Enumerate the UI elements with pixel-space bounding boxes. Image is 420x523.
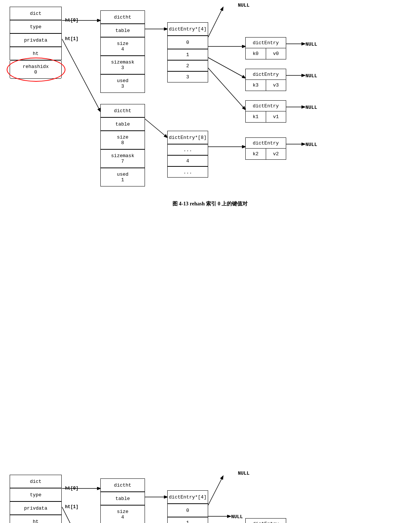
- d2-array0-cell0: 0: [167, 504, 208, 517]
- d1-ht-field: ht: [10, 47, 62, 60]
- svg-line-9: [208, 68, 245, 110]
- d1-array0-cell0: 0: [167, 36, 208, 49]
- svg-line-8: [208, 58, 245, 78]
- svg-text:NULL: NULL: [306, 73, 317, 79]
- svg-line-23: [62, 507, 100, 523]
- d1-array0-cell3: 3: [167, 71, 208, 82]
- d1-array0-cell2: 2: [167, 60, 208, 71]
- svg-text:NULL: NULL: [238, 471, 249, 476]
- d2-privdata-field: privdata: [10, 501, 62, 515]
- d1-array1-cell-dots1: ...: [167, 144, 208, 155]
- d1-dict-field: dict: [10, 7, 62, 20]
- d1-array0-header: dictEntry*[4]: [167, 22, 208, 36]
- svg-text:NULL: NULL: [238, 3, 249, 8]
- svg-text:NULL: NULL: [306, 142, 317, 147]
- svg-line-5: [145, 119, 167, 137]
- d1-ht0-used: used3: [100, 74, 145, 93]
- d2-array0-header: dictEntry*[4]: [167, 490, 208, 504]
- d1-entry-k2v2-kv: k2 v2: [245, 149, 286, 160]
- d1-ht0-dictht: dictht: [100, 10, 145, 24]
- d1-caption: 图 4-13 rehash 索引 0 上的键值对: [0, 201, 420, 207]
- d1-entry-k1v1-kv: k1 v1: [245, 111, 286, 123]
- svg-text:ht[0]: ht[0]: [65, 18, 78, 23]
- d1-entry-k3v3-label: dictEntry: [245, 69, 286, 80]
- d1-rehashidx-field: rehashidx0: [10, 60, 62, 79]
- svg-text:ht[1]: ht[1]: [65, 36, 78, 42]
- svg-text:ht[0]: ht[0]: [65, 486, 78, 491]
- d1-array1-cell-dots2: ...: [167, 166, 208, 178]
- svg-line-3: [62, 39, 100, 111]
- d1-array1-header: dictEntry*[8]: [167, 131, 208, 144]
- d2-ht0-table: table: [100, 492, 145, 505]
- d2-ht0-dictht: dictht: [100, 478, 145, 492]
- d1-ht0-size: size4: [100, 37, 145, 56]
- d2-ht0-size: size4: [100, 505, 145, 523]
- d1-ht1-table: table: [100, 117, 145, 131]
- d1-ht0-table: table: [100, 24, 145, 37]
- svg-text:NULL: NULL: [306, 42, 317, 47]
- svg-text:ht[1]: ht[1]: [65, 504, 78, 510]
- d1-ht1-sizemask: sizemask7: [100, 149, 145, 168]
- d1-entry-k1v1-label: dictEntry: [245, 100, 286, 111]
- d2-ht-field: ht: [10, 515, 62, 523]
- d1-entry-k2v2-label: dictEntry: [245, 137, 286, 149]
- d1-entry-k3v3-kv: k3 v3: [245, 80, 286, 91]
- d1-array1-cell4: 4: [167, 155, 208, 166]
- d1-ht1-dictht: dictht: [100, 104, 145, 117]
- svg-line-26: [208, 476, 223, 505]
- d2-type-field: type: [10, 488, 62, 501]
- d1-ht1-size: size8: [100, 131, 145, 149]
- d1-privdata-field: privdata: [10, 33, 62, 47]
- d1-entry-k0v0-kv: k0 v0: [245, 48, 286, 59]
- d1-type-field: type: [10, 20, 62, 33]
- svg-text:NULL: NULL: [231, 514, 243, 520]
- svg-text:NULL: NULL: [306, 105, 317, 110]
- d1-array0-cell1: 1: [167, 49, 208, 60]
- d2-entry-k3v3-label: dictEntry: [245, 518, 286, 523]
- d2-dict-field: dict: [10, 475, 62, 488]
- d2-array0-cell1: 1: [167, 517, 208, 523]
- d1-ht0-sizemask: sizemask3: [100, 56, 145, 74]
- d1-ht1-used: used1: [100, 168, 145, 186]
- svg-line-6: [208, 7, 223, 37]
- d1-entry-k0v0-label: dictEntry: [245, 37, 286, 48]
